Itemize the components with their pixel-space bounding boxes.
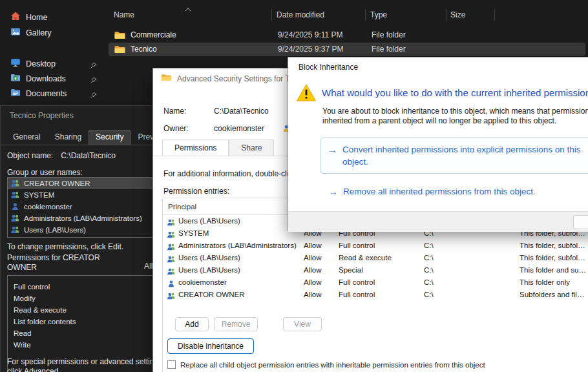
cell-inherited-from: C:\: [424, 252, 514, 264]
user-icon: [10, 202, 20, 212]
pin-icon: [90, 90, 97, 101]
convert-permissions-command-link[interactable]: → Convert inherited permissions into exp…: [320, 138, 588, 174]
advanced-hint-line2: click Advanced.: [7, 367, 61, 372]
group-icon: [10, 179, 20, 189]
file-date: 9/24/2025 9:37 PM: [278, 43, 343, 56]
table-row[interactable]: cookiemonster Allow Full control C:\ Thi…: [163, 276, 588, 289]
group-icon: [10, 214, 20, 223]
group-name: Administrators (LAB\Administrators): [24, 214, 142, 222]
cell-applies-to: This folder, subfolders and files: [520, 252, 587, 264]
cell-type: Allow: [304, 240, 336, 252]
cell-applies-to: This folder, subfolders and files: [520, 240, 587, 252]
cancel-button[interactable]: Cancel: [573, 215, 588, 229]
block-title-bar[interactable]: Block Inheritance: [288, 57, 588, 77]
dialog-heading: What would you like to do with the curre…: [322, 87, 588, 98]
dialog-body-line2: inherited from a parent object will no l…: [322, 116, 556, 125]
table-row[interactable]: CREATOR OWNER Allow Full control C:\ Sub…: [163, 289, 588, 301]
replace-permissions-label: Replace all child object permission entr…: [180, 361, 485, 369]
desktop-icon: [10, 57, 21, 70]
file-type: File folder: [372, 28, 406, 42]
warning-icon: [296, 83, 317, 105]
arrow-icon: →: [328, 143, 337, 168]
sidebar-item-gallery[interactable]: Gallery: [3, 26, 103, 40]
column-divider[interactable]: [446, 9, 446, 21]
cell-applies-to: This folder only: [520, 276, 587, 289]
cell-access: Full control: [339, 289, 421, 301]
downloads-icon: [10, 72, 21, 85]
cell-inherited-from: C:\: [424, 264, 514, 276]
view-button[interactable]: View: [283, 317, 322, 331]
file-row-tecnico[interactable]: Tecnico 9/24/2025 9:37 PM File folder: [109, 43, 585, 56]
command-link-label: Convert inherited permissions into expli…: [342, 143, 588, 168]
column-divider[interactable]: [365, 9, 366, 21]
replace-permissions-row: Replace all child object permission entr…: [167, 360, 485, 369]
tab-security[interactable]: Security: [89, 130, 131, 145]
object-name-value: C:\Data\Tecnico: [61, 151, 116, 160]
column-header-principal[interactable]: Principal: [168, 203, 196, 211]
group-icon: [10, 225, 20, 235]
cell-principal: Users (LAB\Users): [178, 252, 301, 264]
cell-inherited-from: C:\: [424, 276, 514, 289]
cell-principal: Users (LAB\Users): [178, 215, 301, 227]
file-date: 9/24/2025 9:11 PM: [278, 28, 343, 42]
column-header-size[interactable]: Size: [450, 8, 465, 22]
sidebar-item-desktop[interactable]: Desktop: [3, 57, 103, 71]
table-row[interactable]: Users (LAB\Users) Allow Read & execute C…: [163, 252, 588, 264]
tab-share[interactable]: Share: [229, 140, 274, 156]
screen: Home Gallery Desktop Downloads Documents: [0, 0, 588, 372]
cell-type: Allow: [304, 289, 336, 301]
replace-permissions-checkbox[interactable]: [167, 360, 176, 369]
permissions-for-label: Permissions for CREATOR OWNER: [7, 253, 114, 273]
add-button[interactable]: Add: [175, 317, 209, 331]
dialog-footer: Cancel: [288, 211, 588, 232]
cell-inherited-from: C:\: [424, 240, 514, 252]
cell-principal: Users (LAB\Users): [178, 264, 301, 276]
remove-permissions-command-link[interactable]: → Remove all inherited permissions from …: [328, 185, 536, 198]
cell-type: Allow: [304, 264, 336, 276]
cell-access: Read & execute: [339, 252, 421, 264]
owner-value: cookiemonster: [214, 124, 264, 133]
column-header-type[interactable]: Type: [370, 8, 387, 22]
column-header-date-modified[interactable]: Date modified: [277, 8, 324, 22]
column-divider[interactable]: [494, 9, 495, 21]
remove-button[interactable]: Remove: [214, 317, 258, 331]
cell-principal: Administrators (LAB\Administrators): [178, 240, 301, 252]
column-header-name[interactable]: Name: [114, 8, 134, 22]
cell-principal: cookiemonster: [178, 276, 301, 289]
pin-icon: [90, 75, 97, 87]
file-row-commerciale[interactable]: Commerciale 9/24/2025 9:11 PM File folde…: [109, 28, 585, 42]
group-names-label: Group or user names:: [7, 168, 83, 177]
group-icon: [10, 191, 20, 200]
group-name: cookiemonster: [24, 203, 72, 211]
sidebar-item-label: Desktop: [26, 59, 56, 68]
sidebar-item-home[interactable]: Home: [3, 10, 103, 25]
sidebar-item-downloads[interactable]: Downloads: [3, 72, 103, 86]
gallery-icon: [10, 26, 21, 39]
column-divider[interactable]: [271, 9, 272, 21]
name-value: C:\Data\Tecnico: [214, 107, 269, 116]
cell-type: Allow: [304, 276, 336, 289]
name-label: Name:: [163, 107, 214, 116]
dialog-title: Block Inheritance: [299, 63, 358, 72]
cell-applies-to: Subfolders and files only: [520, 289, 587, 301]
sidebar-item-documents[interactable]: Documents: [3, 87, 103, 101]
table-row[interactable]: Users (LAB\Users) Allow Special C:\ This…: [163, 264, 588, 276]
pin-icon: [90, 60, 97, 72]
cell-applies-to: This folder and subfolders: [520, 264, 587, 276]
folder-icon: [114, 30, 126, 43]
tab-sharing[interactable]: Sharing: [48, 130, 89, 145]
table-row[interactable]: Administrators (LAB\Administrators) Allo…: [163, 240, 588, 252]
group-name: SYSTEM: [24, 191, 54, 199]
sidebar-item-label: Gallery: [26, 28, 52, 37]
cell-access: Special: [339, 264, 421, 276]
command-link-label: Remove all inherited permissions from th…: [343, 185, 536, 198]
tab-general[interactable]: General: [6, 130, 48, 145]
cell-inherited-from: C:\: [424, 289, 514, 301]
cell-principal: SYSTEM: [178, 227, 301, 240]
group-icon: [167, 291, 176, 302]
group-name: Users (LAB\Users): [24, 226, 86, 234]
tab-permissions[interactable]: Permissions: [162, 140, 229, 156]
dialog-body-line1: You are about to block inheritance to th…: [322, 107, 588, 116]
disable-inheritance-button[interactable]: Disable inheritance: [167, 338, 254, 354]
owner-row: Owner: cookiemonster: [163, 124, 290, 133]
